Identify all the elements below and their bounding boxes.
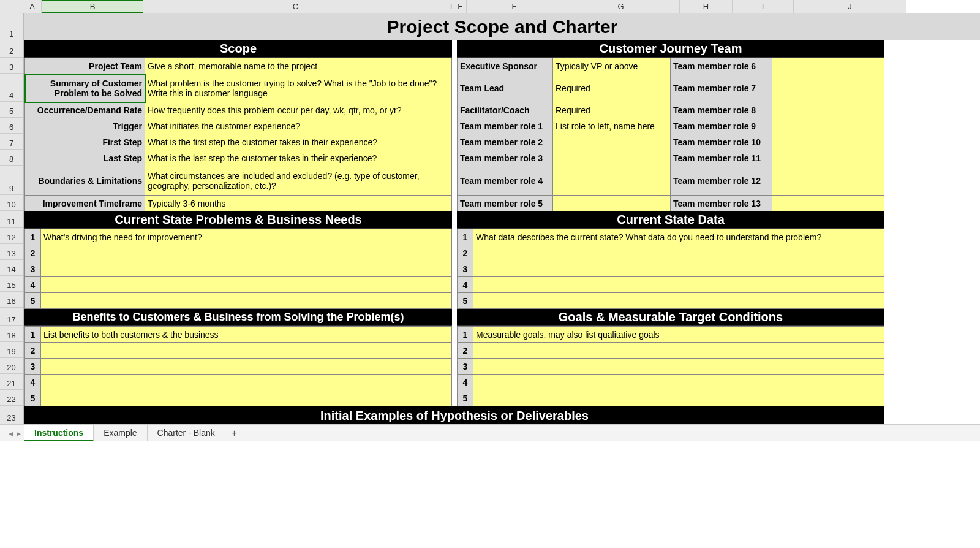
team-cell[interactable]: Team member role 7 — [671, 74, 772, 102]
row-header-18[interactable]: 18 — [0, 326, 23, 342]
next-sheet-icon[interactable]: ▸ — [17, 428, 21, 438]
col-header-I[interactable]: I — [733, 0, 794, 13]
row-header-6[interactable]: 6 — [0, 118, 23, 134]
list-item[interactable] — [41, 375, 452, 390]
row-header-11[interactable]: 11 — [0, 211, 23, 228]
list-item[interactable]: List benefits to both customers & the bu… — [41, 327, 452, 343]
list-item[interactable] — [41, 261, 452, 277]
col-header-F[interactable]: F — [467, 0, 562, 13]
list-item[interactable] — [473, 293, 884, 309]
row-header-20[interactable]: 20 — [0, 358, 23, 374]
team-cell[interactable]: Team member role 9 — [671, 118, 772, 134]
col-header-C[interactable]: C — [143, 0, 448, 13]
team-cell[interactable] — [772, 134, 884, 150]
sheet-tab-instructions[interactable]: Instructions — [24, 425, 94, 441]
col-header-H[interactable]: H — [680, 0, 733, 13]
list-item[interactable] — [473, 390, 884, 406]
list-item[interactable]: What data describes the current state? W… — [473, 229, 884, 245]
list-item[interactable] — [473, 277, 884, 293]
list-item[interactable] — [41, 343, 452, 359]
col-header-E[interactable]: E — [454, 0, 467, 13]
row-header-4[interactable]: 4 — [0, 74, 23, 102]
row-header-1[interactable]: 1 — [0, 13, 23, 40]
scope-value[interactable]: What circumstances are included and excl… — [145, 166, 452, 196]
team-cell[interactable] — [772, 196, 884, 211]
team-cell[interactable]: Team member role 13 — [671, 196, 772, 211]
team-cell[interactable] — [553, 134, 671, 150]
row-header-21[interactable]: 21 — [0, 374, 23, 390]
row-header-16[interactable]: 16 — [0, 292, 23, 308]
list-item[interactable] — [473, 343, 884, 359]
list-item[interactable] — [473, 245, 884, 261]
scope-value[interactable]: Typically 3-6 months — [145, 196, 452, 211]
col-header-B[interactable]: B — [42, 0, 143, 13]
row-header-19[interactable]: 19 — [0, 342, 23, 358]
row-header-12[interactable]: 12 — [0, 228, 23, 244]
scope-label[interactable]: Improvement Timeframe — [25, 196, 145, 211]
team-cell[interactable]: Required — [553, 102, 671, 118]
team-cell[interactable] — [772, 118, 884, 134]
row-header-7[interactable]: 7 — [0, 134, 23, 150]
team-cell[interactable]: Team member role 11 — [671, 150, 772, 166]
team-cell[interactable]: Team member role 5 — [458, 196, 553, 211]
scope-label[interactable]: Last Step — [25, 150, 145, 166]
add-sheet-button[interactable]: + — [225, 425, 243, 441]
row-header-13[interactable]: 13 — [0, 244, 23, 260]
scope-value[interactable]: What is the last step the customer takes… — [145, 150, 452, 166]
sheet-tab-charter---blank[interactable]: Charter - Blank — [148, 425, 225, 441]
scope-value[interactable]: What is the first step the customer take… — [145, 134, 452, 150]
list-item[interactable] — [473, 375, 884, 390]
list-item[interactable] — [41, 293, 452, 309]
col-header-A[interactable]: A — [23, 0, 42, 13]
team-cell[interactable] — [772, 150, 884, 166]
row-header-17[interactable]: 17 — [0, 308, 23, 326]
scope-label[interactable]: Trigger — [25, 118, 145, 134]
team-cell[interactable] — [772, 102, 884, 118]
list-item[interactable]: Measurable goals, may also list qualitat… — [473, 327, 884, 343]
list-item[interactable] — [41, 359, 452, 375]
col-header-J[interactable]: J — [794, 0, 907, 13]
team-cell[interactable] — [553, 150, 671, 166]
team-cell[interactable]: Team member role 4 — [458, 166, 553, 196]
scope-label[interactable]: First Step — [25, 134, 145, 150]
row-header-2[interactable]: 2 — [0, 40, 23, 58]
list-item[interactable]: What's driving the need for improvement? — [41, 229, 452, 245]
col-header-I[interactable]: I — [448, 0, 454, 13]
list-item[interactable] — [41, 277, 452, 293]
sheet-tab-example[interactable]: Example — [94, 425, 147, 441]
col-header-G[interactable]: G — [562, 0, 680, 13]
scope-label[interactable]: Boundaries & Limitations — [25, 166, 145, 196]
list-item[interactable] — [473, 359, 884, 375]
team-cell[interactable] — [772, 58, 884, 74]
team-cell[interactable]: Team member role 12 — [671, 166, 772, 196]
team-cell[interactable]: Facilitator/Coach — [458, 102, 553, 118]
team-cell[interactable] — [553, 196, 671, 211]
list-item[interactable] — [473, 261, 884, 277]
row-header-10[interactable]: 10 — [0, 195, 23, 211]
team-cell[interactable]: Team member role 1 — [458, 118, 553, 134]
scope-label[interactable]: Project Team — [25, 58, 145, 74]
row-header-22[interactable]: 22 — [0, 390, 23, 406]
scope-value[interactable]: How frequently does this problem occur p… — [145, 102, 452, 118]
prev-sheet-icon[interactable]: ◂ — [9, 428, 13, 438]
team-cell[interactable]: Team member role 10 — [671, 134, 772, 150]
row-header-14[interactable]: 14 — [0, 260, 23, 276]
team-cell[interactable]: Team member role 3 — [458, 150, 553, 166]
row-header-8[interactable]: 8 — [0, 150, 23, 166]
team-cell[interactable]: Team Lead — [458, 74, 553, 102]
row-header-9[interactable]: 9 — [0, 166, 23, 195]
team-cell[interactable] — [772, 74, 884, 102]
select-all-corner[interactable] — [0, 0, 23, 13]
team-cell[interactable]: Team member role 8 — [671, 102, 772, 118]
scope-label[interactable]: Summary of Customer Problem to be Solved — [25, 74, 145, 102]
row-header-15[interactable]: 15 — [0, 276, 23, 292]
team-cell[interactable]: List role to left, name here — [553, 118, 671, 134]
team-cell[interactable] — [772, 166, 884, 196]
scope-value[interactable]: What initiates the customer experience? — [145, 118, 452, 134]
team-cell[interactable]: Team member role 6 — [671, 58, 772, 74]
scope-value[interactable]: Give a short, memorable name to the proj… — [145, 58, 452, 74]
list-item[interactable] — [41, 390, 452, 406]
row-header-3[interactable]: 3 — [0, 58, 23, 74]
row-header-5[interactable]: 5 — [0, 102, 23, 118]
row-header-23[interactable]: 23 — [0, 406, 23, 424]
